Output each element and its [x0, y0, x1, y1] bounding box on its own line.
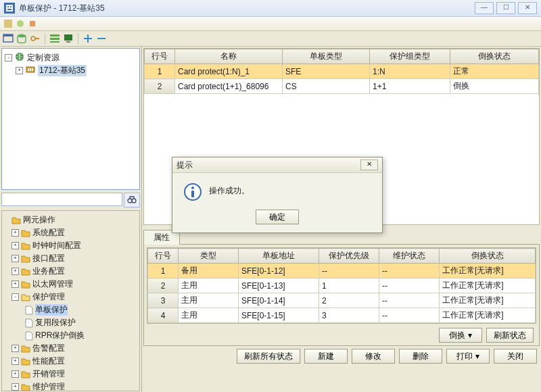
- nav-item[interactable]: +以太网管理: [3, 278, 138, 291]
- svg-rect-9: [3, 34, 13, 36]
- expand-icon[interactable]: +: [11, 255, 19, 262]
- app-icon: [4, 3, 15, 14]
- col-row[interactable]: 行号: [145, 49, 175, 64]
- window-icon[interactable]: [3, 33, 14, 44]
- svg-rect-25: [32, 68, 33, 71]
- folder-icon: [21, 254, 30, 264]
- close-button[interactable]: 关闭: [494, 349, 537, 364]
- modify-button[interactable]: 修改: [352, 349, 395, 364]
- table-row[interactable]: 1备用SFE[0-1-12]----工作正常[无请求]: [148, 264, 536, 278]
- svg-rect-16: [64, 34, 72, 41]
- binoculars-icon: [127, 195, 137, 206]
- expand-icon[interactable]: +: [11, 370, 19, 378]
- db-icon[interactable]: [16, 33, 27, 44]
- collapse-icon[interactable]: -: [5, 54, 12, 62]
- dialog-close-button[interactable]: ✕: [360, 160, 378, 170]
- svg-rect-30: [191, 191, 194, 197]
- tree-root-label: 定制资源: [27, 52, 60, 64]
- nav-item[interactable]: +告警配置: [3, 342, 138, 355]
- function-tree[interactable]: 网元操作 +系统配置 +时钟时间配置 +接口配置 +业务配置 +以太网管理 -保…: [1, 210, 140, 391]
- table-row[interactable]: 2 Card protect(1+1)_68096 CS 1+1 倒换: [145, 79, 539, 94]
- nav-item[interactable]: +系统配置: [3, 226, 138, 239]
- print-button[interactable]: 打印 ▾: [446, 349, 490, 364]
- nav-root[interactable]: 网元操作: [3, 214, 138, 226]
- info-icon: [183, 182, 202, 201]
- nav-item[interactable]: +维护管理: [3, 381, 138, 391]
- globe-icon: [15, 52, 24, 64]
- svg-rect-17: [66, 41, 70, 43]
- svg-point-6: [17, 20, 24, 27]
- folder-icon: [21, 383, 30, 392]
- svg-rect-20: [97, 38, 105, 39]
- nav-leaf[interactable]: 复用段保护: [3, 316, 138, 329]
- nav-leaf[interactable]: RPR保护倒换: [3, 329, 138, 342]
- folder-icon: [21, 344, 30, 353]
- key-icon[interactable]: [30, 33, 41, 44]
- expand-icon[interactable]: +: [11, 268, 19, 275]
- expand-icon[interactable]: +: [11, 345, 19, 352]
- dialog-ok-button[interactable]: 确定: [256, 210, 299, 224]
- search-button[interactable]: [124, 193, 140, 207]
- svg-rect-24: [30, 68, 31, 71]
- dialog-title: 提示: [177, 160, 360, 171]
- expand-icon[interactable]: +: [11, 242, 19, 249]
- nav-leaf-board-protect[interactable]: 单板保护: [3, 303, 138, 316]
- expand-icon[interactable]: +: [11, 383, 19, 391]
- refresh-all-button[interactable]: 刷新所有状态: [237, 349, 300, 364]
- search-input[interactable]: [1, 193, 122, 206]
- icon-toolbar: [0, 31, 541, 47]
- board-table[interactable]: 行号 类型 单板地址 保护优先级 维护状态 倒换状态 1备用SFE[0-1-12…: [147, 248, 536, 323]
- tool-icon: [16, 20, 24, 28]
- col-name[interactable]: 名称: [175, 49, 283, 64]
- tool-icon: [4, 20, 12, 28]
- table-row[interactable]: 1 Card protect(1:N)_1 SFE 1:N 正常: [145, 64, 539, 79]
- table-row[interactable]: 2主用SFE[0-1-13]1--工作正常[无请求]: [148, 278, 536, 293]
- nav-item[interactable]: +时钟时间配置: [3, 239, 138, 252]
- col-board[interactable]: 单板类型: [283, 49, 370, 64]
- nav-item[interactable]: +接口配置: [3, 252, 138, 265]
- new-button[interactable]: 新建: [304, 349, 348, 364]
- window-titlebar: 单板保护 - 1712-基站35 — ☐ ✕: [0, 0, 541, 17]
- expand-icon[interactable]: +: [11, 229, 19, 237]
- col-ptype[interactable]: 保护组类型: [370, 49, 450, 64]
- collapse-icon[interactable]: -: [11, 293, 19, 301]
- resource-tree[interactable]: - 定制资源 + 1712-基站35: [1, 48, 140, 190]
- folder-icon: [21, 228, 30, 238]
- list-green-icon[interactable]: [49, 33, 60, 44]
- network-element-icon: [26, 65, 35, 76]
- svg-rect-3: [10, 6, 11, 7]
- table-row[interactable]: 3主用SFE[0-1-14]2--工作正常[无请求]: [148, 293, 536, 308]
- switch-button[interactable]: 倒换 ▾: [439, 328, 482, 343]
- window-maximize-button[interactable]: ☐: [496, 2, 515, 14]
- nav-root-label: 网元操作: [23, 214, 55, 226]
- dialog-message: 操作成功。: [209, 182, 250, 197]
- nav-item-protection[interactable]: -保护管理: [3, 291, 138, 303]
- expand-icon[interactable]: +: [16, 67, 23, 74]
- nav-item[interactable]: +性能配置: [3, 355, 138, 368]
- folder-icon: [21, 241, 30, 251]
- folder-icon: [21, 267, 30, 276]
- prompt-dialog: 提示 ✕ 操作成功。 确定: [172, 157, 383, 233]
- window-minimize-button[interactable]: —: [475, 2, 494, 14]
- svg-rect-23: [28, 68, 29, 71]
- svg-rect-15: [50, 41, 60, 43]
- expand-icon[interactable]: +: [11, 280, 19, 288]
- refresh-status-button[interactable]: 刷新状态: [486, 328, 534, 343]
- tree-child[interactable]: + 1712-基站35: [16, 64, 137, 77]
- minus-icon[interactable]: [96, 33, 107, 44]
- window-close-button[interactable]: ✕: [518, 2, 537, 14]
- nav-item[interactable]: +业务配置: [3, 265, 138, 278]
- svg-rect-1: [6, 5, 13, 11]
- tree-root[interactable]: - 定制资源: [5, 51, 137, 64]
- svg-rect-4: [7, 9, 11, 10]
- plus-icon[interactable]: [83, 33, 93, 44]
- expand-icon[interactable]: +: [11, 358, 19, 365]
- monitor-icon[interactable]: [63, 33, 74, 44]
- svg-point-29: [191, 187, 194, 189]
- col-status[interactable]: 倒换状态: [450, 49, 539, 64]
- delete-button[interactable]: 删除: [399, 349, 442, 364]
- table-row[interactable]: 4主用SFE[0-1-15]3--工作正常[无请求]: [148, 308, 536, 323]
- nav-item[interactable]: +开销管理: [3, 368, 138, 381]
- svg-rect-19: [84, 38, 92, 39]
- svg-rect-7: [30, 21, 35, 26]
